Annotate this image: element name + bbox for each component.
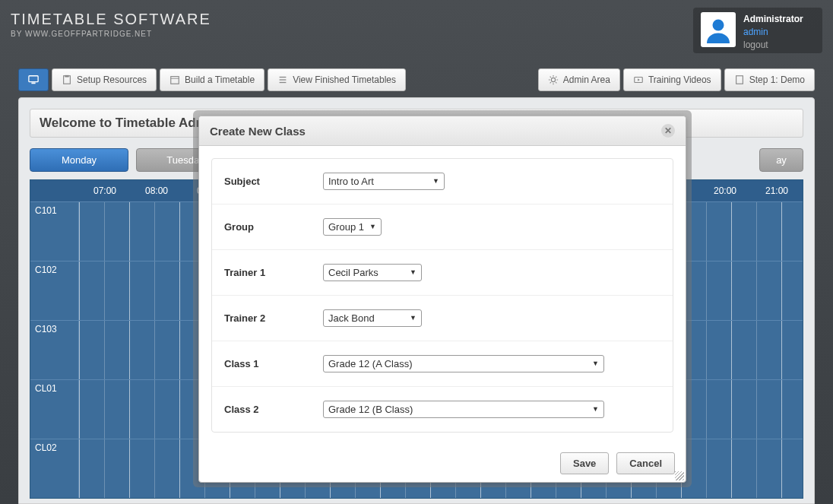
trainer2-select[interactable]: Jack Bond <box>323 309 422 327</box>
subject-select[interactable]: Intro to Art <box>323 173 445 190</box>
create-class-modal: Create New Class ✕ Subject Intro to Art … <box>198 116 686 483</box>
room-label: C102 <box>30 262 79 320</box>
save-button[interactable]: Save <box>560 452 609 474</box>
setup-resources-button[interactable]: Setup Resources <box>52 68 157 91</box>
modal-footer: Save Cancel <box>199 445 686 482</box>
build-timetable-label: Build a Timetable <box>185 74 255 85</box>
svg-point-10 <box>551 78 555 81</box>
time-header: 20:00 <box>699 180 751 201</box>
avatar <box>701 12 736 47</box>
modal-title: Create New Class <box>210 125 306 138</box>
subject-label: Subject <box>224 176 323 187</box>
clipboard-icon <box>62 74 72 85</box>
room-label: C101 <box>30 202 79 261</box>
view-timetables-label: View Finished Timetables <box>293 74 396 85</box>
gear-icon <box>548 74 559 85</box>
svg-rect-1 <box>29 76 38 82</box>
resize-grip[interactable] <box>675 471 684 480</box>
modal-header[interactable]: Create New Class ✕ <box>199 116 686 146</box>
cancel-button[interactable]: Cancel <box>616 452 675 474</box>
modal-body: Subject Intro to Art Group Group 1 Train… <box>199 146 686 445</box>
time-header: 08:00 <box>131 180 182 201</box>
group-select[interactable]: Group 1 <box>323 218 382 236</box>
step1-demo-label: Step 1: Demo <box>749 74 805 85</box>
training-videos-label: Training Videos <box>648 74 711 85</box>
list-icon <box>277 74 288 85</box>
monitor-icon <box>28 74 39 85</box>
svg-rect-4 <box>65 75 68 78</box>
calendar-icon <box>169 74 180 85</box>
close-icon[interactable]: ✕ <box>661 124 675 138</box>
setup-resources-label: Setup Resources <box>77 74 147 85</box>
room-label: C103 <box>30 321 79 379</box>
step1-demo-button[interactable]: Step 1: Demo <box>724 68 815 91</box>
svg-rect-5 <box>171 77 179 84</box>
class1-select[interactable]: Grade 12 (A Class) <box>323 355 604 372</box>
time-header: 07:00 <box>79 180 131 201</box>
time-header: 21:00 <box>751 180 803 201</box>
user-text: Administrator admin logout <box>743 12 803 49</box>
day-tab-monday[interactable]: Monday <box>30 148 128 172</box>
doc-icon <box>734 74 745 85</box>
app-title: TIMETABLE SOFTWARE <box>11 11 211 28</box>
user-block: Administrator admin logout <box>693 8 822 53</box>
user-display-name: Administrator <box>743 14 803 24</box>
build-timetable-button[interactable]: Build a Timetable <box>160 68 264 91</box>
logout-link[interactable]: logout <box>743 40 803 50</box>
app-header: TIMETABLE SOFTWARE BY WWW.GEOFFPARTRIDGE… <box>0 0 833 61</box>
video-icon <box>633 74 644 85</box>
logo-block: TIMETABLE SOFTWARE BY WWW.GEOFFPARTRIDGE… <box>11 8 211 53</box>
svg-point-0 <box>713 20 724 31</box>
svg-rect-2 <box>31 83 35 84</box>
user-login[interactable]: admin <box>743 27 803 37</box>
room-label: CL01 <box>30 380 79 439</box>
room-label: CL02 <box>30 439 79 498</box>
admin-area-button[interactable]: Admin Area <box>538 68 620 91</box>
training-videos-button[interactable]: Training Videos <box>623 68 721 91</box>
main-toolbar: Setup Resources Build a Timetable View F… <box>18 68 815 91</box>
trainer1-select[interactable]: Cecil Parks <box>323 264 422 281</box>
view-timetables-button[interactable]: View Finished Timetables <box>268 68 406 91</box>
admin-area-label: Admin Area <box>563 74 610 85</box>
home-button[interactable] <box>18 68 49 91</box>
trainer2-label: Trainer 2 <box>224 312 323 324</box>
user-icon <box>705 16 732 43</box>
group-label: Group <box>224 221 323 233</box>
app-subtitle: BY WWW.GEOFFPARTRIDGE.NET <box>11 30 211 38</box>
class1-label: Class 1 <box>224 358 323 369</box>
class2-label: Class 2 <box>224 404 323 415</box>
class2-select[interactable]: Grade 12 (B Class) <box>323 401 604 418</box>
day-tab-last[interactable]: ay <box>759 148 803 172</box>
trainer1-label: Trainer 1 <box>224 267 323 278</box>
svg-rect-12 <box>736 76 743 84</box>
